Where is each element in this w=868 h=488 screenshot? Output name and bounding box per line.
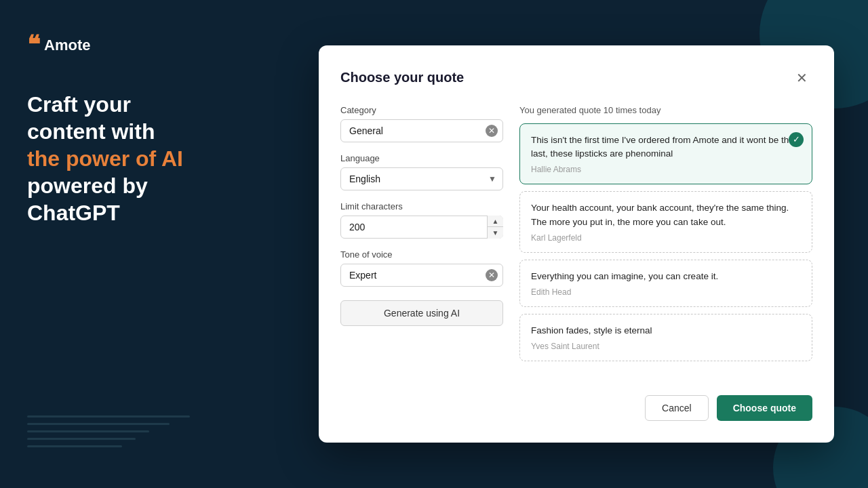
category-clear-button[interactable]: ✕ — [486, 125, 498, 137]
hero-text: Craft your content with the power of AI … — [27, 91, 258, 226]
deco-line — [27, 430, 149, 432]
tone-group: Tone of voice ✕ — [340, 249, 503, 287]
limit-stepper-wrapper: ▲ ▼ — [340, 216, 503, 239]
deco-line — [27, 445, 122, 447]
stepper-up-button[interactable]: ▲ — [488, 216, 503, 228]
modal-body: Category ✕ Language English Spanish Fren… — [340, 105, 812, 369]
quote-author: Yves Saint Laurent — [531, 342, 801, 351]
quote-selected-checkmark: ✓ — [789, 132, 804, 147]
logo-icon: ❝ — [27, 33, 37, 57]
modal-title: Choose your quote — [340, 70, 464, 85]
left-panel: ❝ Amote Craft your content with the powe… — [0, 0, 285, 488]
category-input-wrapper: ✕ — [340, 119, 503, 142]
hero-line4: powered by — [27, 172, 258, 199]
quote-author: Hallie Abrams — [531, 165, 801, 174]
close-button[interactable]: ✕ — [791, 67, 812, 89]
quote-text: Your health account, your bank account, … — [531, 201, 801, 229]
limit-group: Limit characters ▲ ▼ — [340, 201, 503, 239]
quote-card[interactable]: ✓This isn't the first time I've ordered … — [519, 123, 812, 185]
language-select-wrapper: English Spanish French German Italian ▼ — [340, 167, 503, 190]
hero-line-highlight: the power of AI — [27, 145, 258, 172]
quotes-header: You generated quote 10 times today — [519, 105, 812, 115]
language-group: Language English Spanish French German I… — [340, 153, 503, 190]
tone-clear-button[interactable]: ✕ — [486, 269, 498, 281]
quote-card[interactable]: Your health account, your bank account, … — [519, 191, 812, 253]
logo-area: ❝ Amote — [27, 33, 258, 57]
limit-label: Limit characters — [340, 201, 503, 211]
quote-author: Karl Lagerfeld — [531, 233, 801, 243]
right-area: Choose your quote ✕ Category ✕ Language — [285, 0, 868, 488]
category-input[interactable] — [340, 119, 503, 142]
language-label: Language — [340, 153, 503, 163]
cancel-button[interactable]: Cancel — [645, 395, 709, 421]
category-group: Category ✕ — [340, 105, 503, 142]
tone-input-wrapper: ✕ — [340, 264, 503, 287]
quote-card[interactable]: Fashion fades, style is eternalYves Sain… — [519, 314, 812, 361]
limit-input[interactable] — [340, 216, 503, 239]
hero-line5: ChatGPT — [27, 199, 258, 226]
form-side: Category ✕ Language English Spanish Fren… — [340, 105, 503, 369]
modal-footer: Cancel Choose quote — [340, 384, 812, 421]
hero-line1: Craft your — [27, 91, 258, 118]
deco-line — [27, 423, 170, 425]
quotes-side: You generated quote 10 times today ✓This… — [519, 105, 812, 369]
hero-line2: content with — [27, 118, 258, 145]
logo-text: Amote — [44, 37, 90, 54]
stepper-down-button[interactable]: ▼ — [488, 227, 503, 239]
tone-label: Tone of voice — [340, 249, 503, 260]
choose-quote-button[interactable]: Choose quote — [717, 395, 812, 421]
deco-line — [27, 438, 136, 440]
language-select[interactable]: English Spanish French German Italian — [340, 167, 503, 190]
quotes-list: ✓This isn't the first time I've ordered … — [519, 123, 812, 369]
category-label: Category — [340, 105, 503, 115]
quote-mark-icon: ❝ — [27, 33, 37, 57]
quote-card[interactable]: Everything you can imagine, you can crea… — [519, 260, 812, 307]
decorative-lines — [27, 415, 190, 447]
modal-header: Choose your quote ✕ — [340, 67, 812, 89]
quote-author: Edith Head — [531, 287, 801, 297]
deco-line — [27, 415, 190, 418]
stepper-buttons: ▲ ▼ — [487, 216, 503, 239]
quote-text: Everything you can imagine, you can crea… — [531, 270, 801, 283]
generate-button[interactable]: Generate using AI — [340, 300, 503, 326]
modal-dialog: Choose your quote ✕ Category ✕ Language — [319, 45, 834, 443]
tone-input[interactable] — [340, 264, 503, 287]
quote-text: Fashion fades, style is eternal — [531, 324, 801, 338]
quote-text: This isn't the first time I've ordered f… — [531, 134, 801, 161]
